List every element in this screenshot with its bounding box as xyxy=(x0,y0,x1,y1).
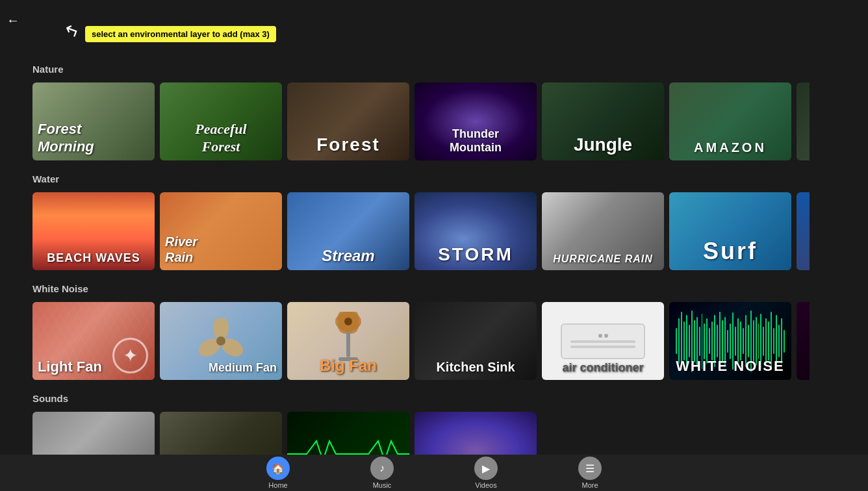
card-light-fan[interactable]: ✦ Light Fan xyxy=(32,302,155,380)
nav-videos-label: Videos xyxy=(475,481,496,489)
videos-icon: ▶ xyxy=(474,457,498,480)
card-surf[interactable]: Surf xyxy=(669,192,791,270)
card-forest-morning[interactable]: ForestMorning xyxy=(32,82,155,160)
card-label-forest-morning: ForestMorning xyxy=(32,116,155,160)
svg-point-7 xyxy=(344,318,352,325)
card-white-noise[interactable]: WHITE NOISE xyxy=(669,302,791,380)
card-nature-partial xyxy=(797,82,810,160)
card-storm[interactable]: STORM xyxy=(415,192,537,270)
more-icon: ☰ xyxy=(578,457,602,480)
tooltip-text: select an environmental layer to add (ma… xyxy=(85,26,276,42)
nav-more-label: More xyxy=(581,481,598,489)
card-label-river-rain: RiverRain xyxy=(160,229,282,270)
nav-music-label: Music xyxy=(373,481,392,489)
nav-item-more[interactable]: ☰ More xyxy=(538,455,642,491)
card-label-forest: Forest xyxy=(287,129,409,160)
card-label-jungle: Jungle xyxy=(542,129,664,160)
card-label-big-fan: Big Fan xyxy=(287,351,409,380)
nav-home-label: Home xyxy=(268,481,287,489)
section-white-noise-title: White Noise xyxy=(32,283,836,294)
card-label-hurricane-rain: HURRICANE RAIN xyxy=(542,248,664,270)
card-label-medium-fan: Medium Fan xyxy=(160,356,282,380)
card-label-thunder-mountain: ThunderMountain xyxy=(415,122,537,160)
bottom-nav: 🏠 Home ♪ Music ▶ Videos ☰ More xyxy=(0,455,868,491)
card-label-storm: STORM xyxy=(415,239,537,270)
home-icon: 🏠 xyxy=(266,457,290,480)
tooltip-arrow-icon: ↵ xyxy=(62,18,83,43)
card-label-stream: Stream xyxy=(287,242,409,270)
water-grid: BEACH WAVES RiverRain Stream STORM HURRI… xyxy=(32,192,836,270)
nav-item-home[interactable]: 🏠 Home xyxy=(226,455,330,491)
card-label-white-noise: WHITE NOISE xyxy=(669,353,791,380)
card-water-partial xyxy=(797,192,810,270)
section-water-title: Water xyxy=(32,173,836,184)
card-hurricane-rain[interactable]: HURRICANE RAIN xyxy=(542,192,664,270)
card-label-peaceful-forest: PeacefulForest xyxy=(160,116,282,160)
card-river-rain[interactable]: RiverRain xyxy=(160,192,282,270)
nav-item-music[interactable]: ♪ Music xyxy=(330,455,434,491)
music-icon: ♪ xyxy=(370,457,394,480)
card-label-kitchen-sink: Kitchen Sink xyxy=(415,355,537,380)
card-thunder-mountain[interactable]: ThunderMountain xyxy=(415,82,537,160)
card-amazon[interactable]: AMAZON xyxy=(669,82,791,160)
card-label-light-fan: Light Fan xyxy=(32,354,155,380)
card-kitchen-sink[interactable]: Kitchen Sink xyxy=(415,302,537,380)
card-noise-partial xyxy=(797,302,810,380)
main-content: Nature ForestMorning PeacefulForest Fore… xyxy=(0,0,868,491)
back-button[interactable]: ← xyxy=(6,13,19,28)
card-label-beach-waves: BEACH WAVES xyxy=(32,246,155,270)
card-big-fan[interactable]: Big Fan xyxy=(287,302,409,380)
card-label-amazon: AMAZON xyxy=(669,135,791,160)
section-sounds-title: Sounds xyxy=(32,393,836,404)
nav-item-videos[interactable]: ▶ Videos xyxy=(434,455,538,491)
card-peaceful-forest[interactable]: PeacefulForest xyxy=(160,82,282,160)
white-noise-grid: ✦ Light Fan Medium Fan xyxy=(32,302,836,380)
card-forest[interactable]: Forest xyxy=(287,82,409,160)
card-label-surf: Surf xyxy=(669,233,791,270)
nature-grid: ForestMorning PeacefulForest Forest Thun… xyxy=(32,82,836,160)
tooltip-area: ↵ select an environmental layer to add (… xyxy=(65,19,276,42)
section-nature-title: Nature xyxy=(32,64,836,75)
card-air-conditioner[interactable]: air conditioner xyxy=(542,302,664,380)
svg-point-3 xyxy=(216,336,225,346)
card-beach-waves[interactable]: BEACH WAVES xyxy=(32,192,155,270)
card-stream[interactable]: Stream xyxy=(287,192,409,270)
card-jungle[interactable]: Jungle xyxy=(542,82,664,160)
card-label-air-conditioner: air conditioner xyxy=(542,356,664,380)
card-medium-fan[interactable]: Medium Fan xyxy=(160,302,282,380)
